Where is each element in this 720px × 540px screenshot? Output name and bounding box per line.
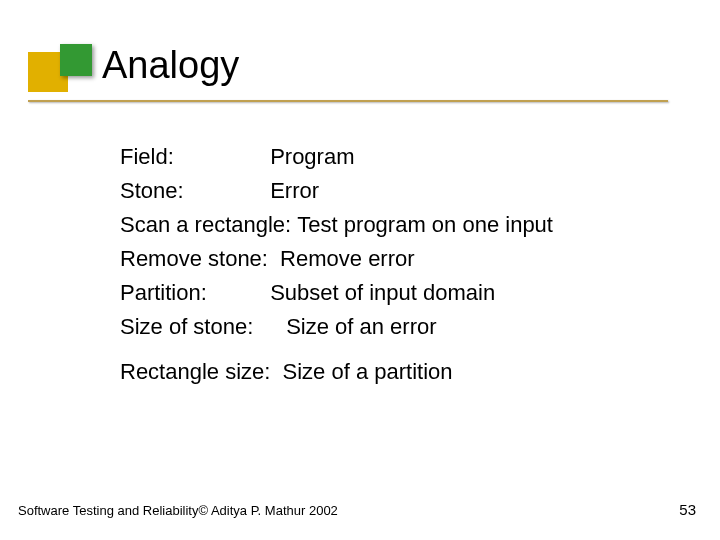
analogy-label: Scan a rectangle: xyxy=(120,208,291,242)
analogy-value: Size of an error xyxy=(286,310,436,344)
title-decor-front-square xyxy=(60,44,92,76)
content-area: Field: Program Stone: Error Scan a recta… xyxy=(120,140,553,389)
footer-copyright: Software Testing and Reliability© Aditya… xyxy=(18,503,338,518)
analogy-label: Size of stone: xyxy=(120,310,280,344)
analogy-label: Rectangle size: xyxy=(120,355,270,389)
analogy-value: Program xyxy=(270,140,354,174)
title-underline xyxy=(28,100,668,102)
analogy-label: Partition: xyxy=(120,276,264,310)
analogy-row: Scan a rectangle: Test program on one in… xyxy=(120,208,553,242)
analogy-value: Subset of input domain xyxy=(270,276,495,310)
analogy-label: Field: xyxy=(120,140,264,174)
analogy-row: Stone: Error xyxy=(120,174,553,208)
analogy-value: Test program on one input xyxy=(297,208,553,242)
analogy-value: Size of a partition xyxy=(283,355,453,389)
slide: Analogy Field: Program Stone: Error Scan… xyxy=(0,0,720,540)
analogy-row: Rectangle size: Size of a partition xyxy=(120,355,553,389)
analogy-value: Error xyxy=(270,174,319,208)
analogy-row: Size of stone: Size of an error xyxy=(120,310,553,344)
analogy-row: Partition: Subset of input domain xyxy=(120,276,553,310)
slide-number: 53 xyxy=(679,501,696,518)
slide-title: Analogy xyxy=(102,44,239,87)
analogy-label: Stone: xyxy=(120,174,264,208)
analogy-label: Remove stone: xyxy=(120,242,268,276)
analogy-value: Remove error xyxy=(280,242,414,276)
analogy-row: Remove stone: Remove error xyxy=(120,242,553,276)
analogy-row: Field: Program xyxy=(120,140,553,174)
